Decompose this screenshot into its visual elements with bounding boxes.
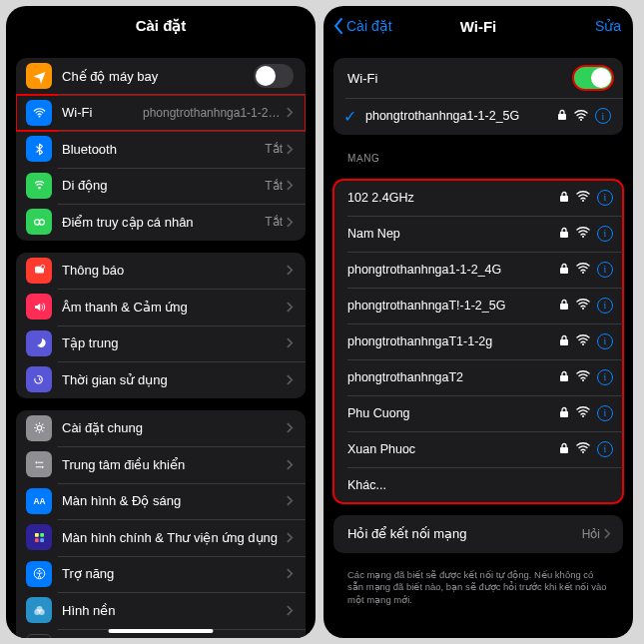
settings-group-system: Cài đặt chung Trung tâm điều khiển AA Mà… (16, 410, 306, 639)
info-icon[interactable]: i (597, 441, 613, 457)
network-row[interactable]: phongtrothanhngaT1-1-2gi (333, 323, 623, 359)
screentime-icon (26, 366, 52, 392)
row-label: Màn hình & Độ sáng (62, 493, 287, 508)
row-airplane-mode[interactable]: Chế độ máy bay (16, 58, 306, 95)
home-indicator[interactable] (109, 629, 214, 633)
row-sound[interactable]: Âm thanh & Cảm ứng (16, 289, 306, 325)
row-hotspot[interactable]: Điểm truy cập cá nhân Tắt (16, 204, 306, 241)
info-icon[interactable]: i (597, 333, 613, 349)
ask-to-join-group: Hỏi để kết nối mạng Hỏi (333, 515, 623, 553)
row-label: Tập trung (62, 335, 287, 350)
lock-icon (559, 334, 569, 348)
svg-rect-1 (38, 187, 40, 189)
info-icon[interactable]: i (597, 369, 613, 385)
row-accessibility[interactable]: Trợ năng (16, 556, 306, 593)
info-icon[interactable]: i (597, 190, 613, 206)
edit-button[interactable]: Sửa (595, 18, 621, 34)
focus-icon (26, 330, 52, 356)
svg-point-7 (35, 461, 37, 463)
info-icon[interactable]: i (597, 405, 613, 421)
svg-point-5 (41, 266, 45, 270)
row-value: Tắt (265, 179, 283, 193)
airplane-toggle[interactable] (254, 64, 294, 88)
network-row[interactable]: phongtrothanhngaT!-1-2_5Gi (333, 288, 623, 323)
svg-text:AA: AA (33, 497, 45, 506)
svg-point-15 (38, 570, 40, 572)
row-focus[interactable]: Tập trung (16, 325, 306, 362)
row-wifi[interactable]: Wi-Fi phongtrothanhnga1-1-2_5G (16, 95, 306, 132)
network-status-icons: i (559, 441, 613, 457)
row-value: phongtrothanhnga1-1-2_5G (143, 106, 283, 120)
chevron-right-icon (287, 374, 294, 385)
chevron-right-icon (287, 217, 294, 228)
accessibility-icon (26, 561, 52, 587)
svg-point-38 (582, 451, 584, 453)
network-name: Khác... (347, 478, 613, 492)
page-title: Wi-Fi (460, 18, 497, 35)
footer-note: Các mạng đã biết sẽ được kết nối tự động… (333, 565, 623, 611)
svg-point-8 (41, 465, 43, 467)
network-row[interactable]: phongtrothanhnga1-1-2_4Gi (333, 252, 623, 288)
svg-rect-31 (560, 339, 568, 345)
wifi-screen: Cài đặt Wi-Fi Sửa Wi-Fi ✓ phongtrothanhn… (323, 6, 633, 638)
settings-group-connectivity: Chế độ máy bay Wi-Fi phongtrothanhnga1-1… (16, 58, 306, 241)
network-row-other[interactable]: Khác... (333, 467, 623, 503)
info-icon[interactable]: i (597, 262, 613, 278)
svg-rect-29 (560, 304, 568, 310)
info-icon[interactable]: i (595, 108, 611, 124)
lock-icon (559, 299, 569, 313)
signal-icon (576, 227, 590, 240)
signal-icon (576, 442, 590, 455)
network-status-icons: i (557, 108, 611, 124)
svg-rect-33 (560, 375, 568, 381)
svg-point-26 (582, 236, 584, 238)
svg-point-28 (582, 272, 584, 274)
network-row[interactable]: Phu Cuongi (333, 395, 623, 431)
network-name: Phu Cuong (347, 406, 559, 420)
lock-icon (559, 263, 569, 277)
lock-icon (559, 191, 569, 205)
chevron-right-icon (287, 605, 294, 616)
airplane-icon (26, 63, 52, 89)
network-row[interactable]: phongtrothanhngaT2i (333, 359, 623, 395)
svg-rect-13 (40, 538, 44, 542)
row-bluetooth[interactable]: Bluetooth Tắt (16, 131, 306, 168)
row-display[interactable]: AA Màn hình & Độ sáng (16, 483, 306, 520)
row-label: Di động (62, 178, 265, 193)
navbar: Cài đặt (6, 6, 316, 46)
row-home-screen[interactable]: Màn hình chính & Thư viện ứng dụng (16, 519, 306, 556)
network-row[interactable]: 102 2.4GHzi (333, 180, 623, 216)
svg-point-30 (582, 308, 584, 310)
row-wifi-toggle[interactable]: Wi-Fi (333, 58, 623, 98)
chevron-right-icon (287, 337, 294, 348)
row-wallpaper[interactable]: Hình nền (16, 592, 306, 629)
network-row[interactable]: Nam Nepi (333, 216, 623, 252)
row-control-center[interactable]: Trung tâm điều khiển (16, 446, 306, 483)
network-row[interactable]: Xuan Phuoci (333, 431, 623, 467)
svg-rect-25 (560, 232, 568, 238)
signal-icon (576, 299, 590, 312)
hotspot-icon (26, 209, 52, 235)
row-notifications[interactable]: Thông báo (16, 253, 306, 290)
row-connected-network[interactable]: ✓ phongtrothanhnga1-1-2_5G i (333, 98, 623, 135)
signal-icon (574, 110, 588, 123)
info-icon[interactable]: i (597, 226, 613, 242)
network-status-icons: i (559, 405, 613, 421)
chevron-right-icon (287, 422, 294, 433)
row-label: Cài đặt chung (62, 420, 287, 435)
chevron-right-icon (287, 495, 294, 506)
row-label: Wi-Fi (347, 71, 573, 86)
row-screentime[interactable]: Thời gian sử dụng (16, 361, 306, 398)
row-cellular[interactable]: Di động Tắt (16, 168, 306, 205)
signal-icon (576, 406, 590, 419)
row-general[interactable]: Cài đặt chung (16, 410, 306, 447)
back-button[interactable]: Cài đặt (333, 18, 392, 34)
chevron-right-icon (287, 459, 294, 470)
bluetooth-icon (26, 136, 52, 162)
row-label: Hỏi để kết nối mạng (347, 526, 582, 541)
network-name: Xuan Phuoc (347, 442, 559, 456)
wifi-toggle[interactable] (573, 66, 613, 90)
network-name: phongtrothanhnga1-1-2_5G (365, 109, 557, 123)
row-ask-to-join[interactable]: Hỏi để kết nối mạng Hỏi (333, 515, 623, 553)
info-icon[interactable]: i (597, 298, 613, 314)
